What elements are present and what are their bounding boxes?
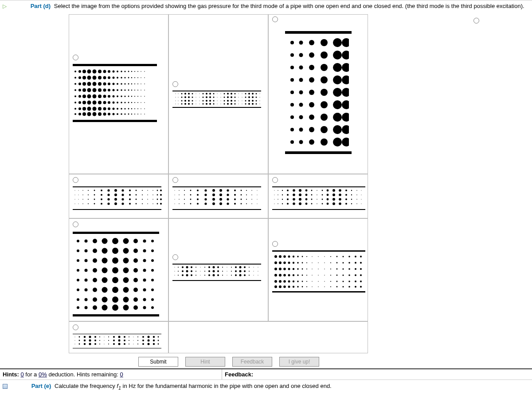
radio-option-5[interactable] (73, 177, 78, 183)
svg-point-43 (108, 83, 110, 85)
svg-point-352 (107, 202, 110, 205)
svg-point-462 (327, 198, 329, 200)
svg-point-310 (147, 190, 148, 191)
svg-point-767 (129, 344, 129, 344)
svg-point-673 (293, 274, 294, 276)
collapse-square-icon[interactable] (3, 384, 8, 389)
option-9[interactable] (168, 218, 268, 321)
svg-point-669 (274, 274, 277, 277)
radio-option-8[interactable] (73, 221, 78, 227)
svg-point-668 (360, 268, 362, 270)
svg-point-24 (103, 76, 106, 79)
svg-point-254 (333, 51, 342, 59)
svg-point-582 (191, 270, 192, 272)
svg-point-96 (103, 101, 106, 104)
svg-point-264 (309, 77, 314, 83)
svg-point-404 (174, 203, 175, 204)
radio-option-2[interactable] (172, 81, 178, 87)
radio-option-10[interactable] (272, 241, 278, 247)
svg-point-391 (179, 199, 180, 200)
svg-point-497 (93, 249, 97, 253)
svg-point-399 (234, 198, 236, 200)
svg-point-328 (157, 194, 158, 195)
svg-point-242 (256, 103, 257, 104)
option-3[interactable] (268, 14, 368, 174)
spacer (368, 174, 490, 218)
svg-point-390 (174, 199, 175, 199)
svg-point-340 (136, 198, 137, 200)
svg-point-20 (82, 76, 86, 79)
svg-point-291 (342, 125, 349, 134)
hint-button[interactable]: Hint (185, 357, 225, 367)
svg-point-126 (74, 113, 76, 115)
svg-point-529 (143, 278, 146, 281)
svg-point-140 (134, 114, 135, 115)
svg-point-733 (137, 336, 138, 337)
option-2[interactable] (168, 14, 268, 174)
option-7[interactable] (268, 174, 368, 218)
radio-option-1[interactable] (73, 55, 78, 60)
svg-point-381 (204, 194, 207, 196)
svg-point-553 (112, 304, 118, 311)
svg-point-500 (123, 248, 129, 253)
svg-point-402 (251, 199, 252, 200)
svg-point-117 (117, 108, 118, 110)
svg-point-63 (117, 89, 118, 91)
svg-point-656 (293, 268, 294, 270)
radio-option-4[interactable] (473, 18, 479, 24)
hints-label: Hints: (3, 371, 19, 378)
radio-option-11[interactable] (73, 324, 78, 330)
svg-point-243 (259, 103, 260, 104)
radio-option-9[interactable] (172, 254, 178, 260)
option-8[interactable] (69, 218, 168, 321)
svg-point-711 (312, 286, 312, 287)
svg-point-130 (93, 112, 97, 116)
submit-button[interactable]: Submit (138, 357, 178, 367)
svg-point-35 (144, 77, 145, 78)
svg-point-110 (82, 107, 86, 111)
option-6[interactable] (168, 174, 268, 218)
svg-point-605 (204, 275, 205, 276)
svg-point-700 (348, 281, 350, 282)
part-d-label: Part (d) (31, 3, 51, 9)
radio-option-6[interactable] (172, 177, 178, 183)
svg-point-544 (112, 296, 118, 303)
svg-point-455 (287, 198, 289, 200)
expand-arrow-icon[interactable]: ▷ (3, 3, 7, 9)
svg-point-263 (299, 78, 303, 82)
svg-point-269 (299, 90, 303, 94)
svg-point-713 (324, 286, 325, 287)
svg-point-33 (137, 77, 138, 78)
radio-option-7[interactable] (272, 177, 278, 183)
svg-point-100 (121, 102, 122, 103)
svg-point-514 (85, 269, 88, 272)
option-5[interactable] (69, 174, 168, 218)
radio-option-3[interactable] (272, 16, 278, 22)
svg-point-309 (142, 190, 143, 191)
svg-point-161 (235, 93, 236, 94)
svg-point-623 (297, 256, 299, 257)
svg-point-187 (238, 97, 239, 97)
option-1[interactable] (69, 14, 168, 174)
svg-point-695 (318, 281, 318, 281)
svg-point-137 (124, 113, 125, 115)
option-10[interactable] (268, 218, 368, 321)
option-4[interactable] (368, 14, 490, 174)
svg-point-400 (241, 198, 242, 200)
svg-point-311 (153, 190, 153, 191)
svg-point-557 (151, 306, 154, 309)
svg-point-236 (235, 103, 236, 104)
part-d-header: ▷ Part (d) Select the image from the opt… (0, 0, 532, 12)
option-11[interactable] (69, 321, 168, 353)
svg-point-417 (257, 203, 257, 204)
svg-point-476 (311, 203, 313, 204)
hints-info: Hints: 0 for a 0% deduction. Hints remai… (0, 369, 222, 379)
svg-point-181 (217, 97, 217, 97)
svg-point-278 (333, 100, 342, 109)
svg-point-487 (85, 239, 88, 242)
svg-point-478 (322, 203, 323, 204)
feedback-button[interactable]: Feedback (232, 357, 272, 367)
svg-point-542 (93, 297, 97, 302)
giveup-button[interactable]: I give up! (279, 357, 319, 367)
deduction-pct: 0% (39, 371, 47, 378)
